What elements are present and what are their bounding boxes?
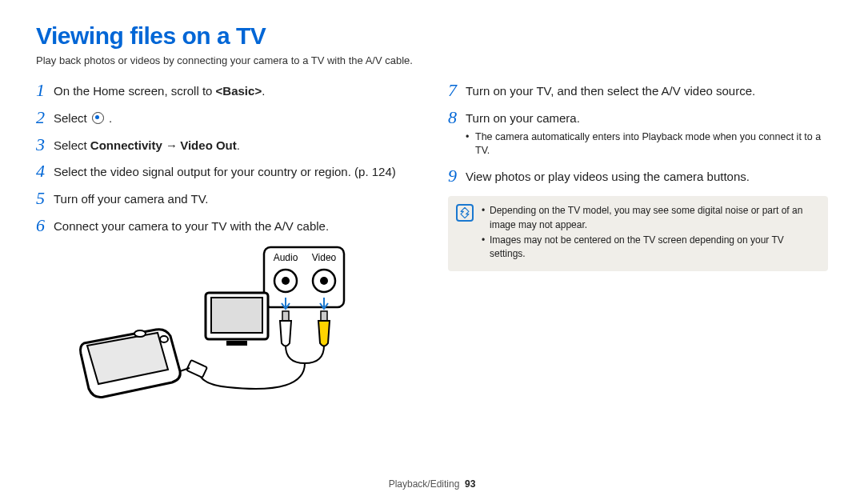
svg-rect-5 xyxy=(282,311,289,321)
step-text: Select the video signal output for your … xyxy=(54,162,396,181)
page-title: Viewing files on a TV xyxy=(36,22,828,50)
tv-icon xyxy=(206,293,268,346)
step-text: Select Connectivity → Video Out. xyxy=(54,135,240,154)
note-item: Images may not be centered on the TV scr… xyxy=(482,234,818,262)
step-8-sub: The camera automatically enters into Pla… xyxy=(448,130,828,158)
content-columns: 1On the Home screen, scroll to <Basic>.2… xyxy=(36,81,828,414)
note-item: Depending on the TV model, you may see s… xyxy=(482,204,818,232)
step-number: 1 xyxy=(36,81,54,99)
step: 1On the Home screen, scroll to <Basic>. xyxy=(36,81,416,100)
svg-point-2 xyxy=(282,277,290,285)
intro-text: Play back photos or videos by connecting… xyxy=(36,54,828,66)
connection-diagram: Audio Video xyxy=(60,243,416,414)
video-label: Video xyxy=(312,252,337,263)
audio-plug xyxy=(280,311,291,346)
left-column: 1On the Home screen, scroll to <Basic>.2… xyxy=(36,81,416,414)
step-text: Turn on your camera. xyxy=(466,108,580,127)
footer-page-number: 93 xyxy=(465,478,475,490)
right-column: 7Turn on your TV, and then select the A/… xyxy=(448,81,828,414)
step: 8Turn on your camera. xyxy=(448,108,828,127)
settings-target-icon xyxy=(92,112,104,124)
step-text: Connect your camera to your TV with the … xyxy=(54,216,329,235)
camera-icon xyxy=(81,329,181,397)
page-footer: Playback/Editing 93 xyxy=(0,478,864,490)
step-text: Select . xyxy=(54,108,112,127)
svg-rect-10 xyxy=(226,341,247,346)
note-icon xyxy=(456,204,474,222)
step-number: 5 xyxy=(36,189,54,207)
audio-label: Audio xyxy=(274,252,298,263)
svg-point-4 xyxy=(320,277,328,285)
note-list: Depending on the TV model, you may see s… xyxy=(482,204,818,263)
step: 6Connect your camera to your TV with the… xyxy=(36,216,416,235)
step: 3Select Connectivity → Video Out. xyxy=(36,135,416,154)
step-number: 6 xyxy=(36,216,54,234)
step-number: 3 xyxy=(36,135,54,154)
step-number: 9 xyxy=(448,166,466,185)
step: 5Turn off your camera and TV. xyxy=(36,189,416,208)
svg-rect-6 xyxy=(321,311,327,321)
svg-point-12 xyxy=(134,330,146,337)
note-box: Depending on the TV model, you may see s… xyxy=(448,196,828,271)
step-number: 2 xyxy=(36,108,54,126)
step-text: View photos or play videos using the cam… xyxy=(466,166,750,186)
step-number: 4 xyxy=(36,162,54,180)
svg-rect-9 xyxy=(211,298,262,333)
footer-section: Playback/Editing xyxy=(389,478,460,490)
svg-point-11 xyxy=(160,336,168,342)
step-text: Turn off your camera and TV. xyxy=(54,189,208,208)
step-number: 8 xyxy=(448,108,466,126)
step-text: Turn on your TV, and then select the A/V… xyxy=(466,81,755,100)
sub-bullet: The camera automatically enters into Pla… xyxy=(466,130,828,158)
step: 9View photos or play videos using the ca… xyxy=(448,166,828,186)
step-text: On the Home screen, scroll to <Basic>. xyxy=(54,81,265,100)
step: 2Select . xyxy=(36,108,416,127)
step: 7Turn on your TV, and then select the A/… xyxy=(448,81,828,100)
video-plug xyxy=(318,311,330,346)
step-number: 7 xyxy=(448,81,466,99)
step: 4Select the video signal output for your… xyxy=(36,162,416,181)
